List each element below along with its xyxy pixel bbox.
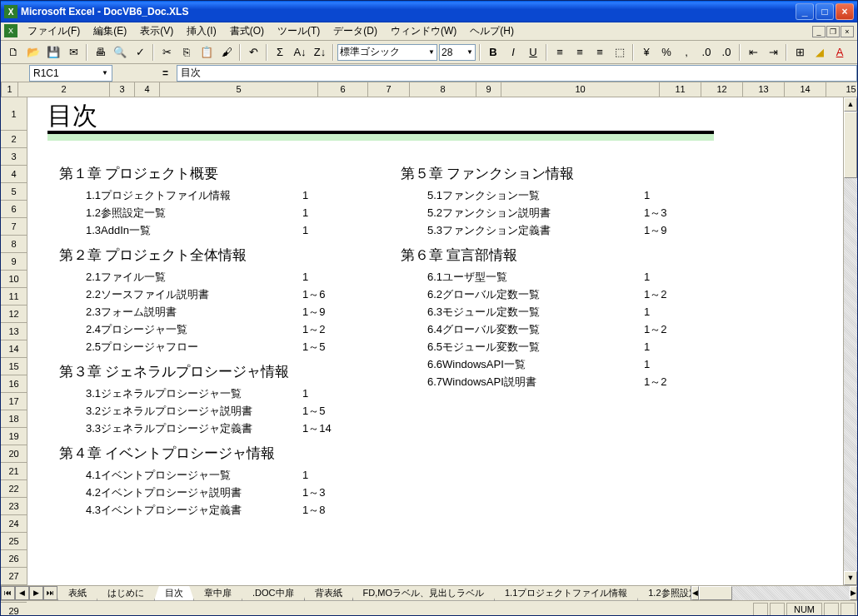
name-box[interactable]: R1C1▼ bbox=[29, 65, 112, 82]
comma-button[interactable]: , bbox=[677, 43, 696, 62]
menu-edit[interactable]: 編集(E) bbox=[87, 22, 133, 40]
open-button[interactable]: 📂 bbox=[24, 43, 42, 62]
inc-decimal-button[interactable]: .0 bbox=[697, 43, 716, 62]
cut-button[interactable]: ✂ bbox=[157, 43, 176, 62]
row-header[interactable]: 6 bbox=[1, 201, 27, 218]
column-header[interactable]: 4 bbox=[135, 82, 160, 97]
column-header[interactable]: 1 bbox=[2, 82, 18, 97]
menu-data[interactable]: データ(D) bbox=[327, 22, 384, 40]
row-header[interactable]: 20 bbox=[1, 445, 27, 463]
column-header[interactable]: 14 bbox=[785, 82, 826, 97]
row-header[interactable]: 9 bbox=[1, 253, 27, 271]
save-button[interactable]: 💾 bbox=[44, 43, 62, 62]
scroll-track[interactable] bbox=[844, 112, 857, 571]
sort-desc-button[interactable]: Z↓ bbox=[311, 43, 329, 62]
row-header[interactable]: 23 bbox=[1, 498, 27, 515]
inc-indent-button[interactable]: ⇥ bbox=[764, 43, 782, 62]
column-header[interactable]: 15 bbox=[826, 82, 858, 97]
row-header[interactable]: 24 bbox=[1, 515, 27, 533]
column-header[interactable]: 13 bbox=[743, 82, 785, 97]
tab-prev-button[interactable]: ◀ bbox=[15, 586, 29, 600]
row-header[interactable]: 15 bbox=[1, 358, 27, 375]
autosum-button[interactable]: Σ bbox=[271, 43, 289, 62]
menu-window[interactable]: ウィンドウ(W) bbox=[384, 22, 463, 40]
mdi-close-button[interactable]: × bbox=[841, 26, 854, 37]
align-left-button[interactable]: ≡ bbox=[551, 43, 569, 62]
sheet-tab[interactable]: .DOC中扉 bbox=[242, 586, 305, 601]
sheet-tab[interactable]: はじめに bbox=[97, 586, 155, 601]
worksheet-area[interactable]: 目次 第１章 プロジェクト概要1.1プロジェクトファイル情報11.2参照設定一覧… bbox=[27, 97, 843, 585]
row-header[interactable]: 18 bbox=[1, 410, 27, 428]
row-header[interactable]: 5 bbox=[1, 183, 27, 201]
column-header[interactable]: 10 bbox=[501, 82, 660, 97]
row-header[interactable]: 29 bbox=[1, 603, 27, 616]
column-header[interactable]: 12 bbox=[701, 82, 743, 97]
row-header[interactable]: 13 bbox=[1, 323, 27, 340]
mail-button[interactable]: ✉ bbox=[64, 43, 82, 62]
row-header[interactable]: 2 bbox=[1, 131, 27, 148]
scroll-thumb-h[interactable] bbox=[699, 586, 732, 600]
row-header[interactable]: 8 bbox=[1, 236, 27, 253]
scroll-down-button[interactable]: ▼ bbox=[844, 571, 857, 585]
sheet-tab[interactable]: 1.2参照設定一覧 bbox=[637, 586, 691, 601]
column-header[interactable]: 7 bbox=[368, 82, 410, 97]
row-header[interactable]: 26 bbox=[1, 550, 27, 568]
tab-next-button[interactable]: ▶ bbox=[29, 586, 43, 600]
vertical-scrollbar[interactable]: ▲ ▼ bbox=[843, 97, 857, 585]
fill-color-button[interactable]: ◢ bbox=[811, 43, 829, 62]
row-header[interactable]: 22 bbox=[1, 480, 27, 498]
column-header[interactable]: 3 bbox=[110, 82, 135, 97]
row-header[interactable]: 21 bbox=[1, 463, 27, 480]
menu-view[interactable]: 表示(V) bbox=[133, 22, 180, 40]
align-center-button[interactable]: ≡ bbox=[571, 43, 589, 62]
new-button[interactable]: 🗋 bbox=[4, 43, 22, 62]
scroll-left-button[interactable]: ◀ bbox=[691, 586, 699, 600]
column-header[interactable]: 5 bbox=[160, 82, 318, 97]
row-header[interactable]: 7 bbox=[1, 218, 27, 236]
font-select[interactable]: 標準ゴシック▼ bbox=[337, 44, 437, 61]
row-header[interactable]: 1 bbox=[1, 97, 27, 131]
borders-button[interactable]: ⊞ bbox=[791, 43, 809, 62]
row-header[interactable]: 25 bbox=[1, 533, 27, 550]
percent-button[interactable]: % bbox=[657, 43, 676, 62]
column-header[interactable]: 9 bbox=[476, 82, 501, 97]
underline-button[interactable]: U bbox=[524, 43, 542, 62]
mdi-minimize-button[interactable]: _ bbox=[812, 26, 826, 37]
minimize-button[interactable]: _ bbox=[796, 3, 814, 20]
scroll-thumb[interactable] bbox=[844, 112, 857, 178]
dec-decimal-button[interactable]: .0 bbox=[717, 43, 736, 62]
sort-asc-button[interactable]: A↓ bbox=[291, 43, 309, 62]
italic-button[interactable]: I bbox=[504, 43, 522, 62]
tab-last-button[interactable]: ⏭ bbox=[43, 586, 57, 600]
sheet-tab[interactable]: 章中扉 bbox=[193, 586, 242, 601]
column-header[interactable]: 6 bbox=[318, 82, 368, 97]
align-right-button[interactable]: ≡ bbox=[591, 43, 609, 62]
undo-button[interactable]: ↶ bbox=[244, 43, 262, 62]
horizontal-scrollbar[interactable]: ◀ ▶ bbox=[691, 586, 857, 600]
format-painter-button[interactable]: 🖌 bbox=[217, 43, 236, 62]
column-header[interactable]: 11 bbox=[660, 82, 701, 97]
mdi-restore-button[interactable]: ❐ bbox=[826, 26, 840, 37]
currency-button[interactable]: ¥ bbox=[637, 43, 656, 62]
row-header[interactable]: 12 bbox=[1, 306, 27, 323]
row-header[interactable]: 19 bbox=[1, 428, 27, 445]
sheet-tab[interactable]: 目次 bbox=[154, 586, 194, 601]
spellcheck-button[interactable]: ✓ bbox=[131, 43, 149, 62]
tab-first-button[interactable]: ⏮ bbox=[1, 586, 15, 600]
bold-button[interactable]: B bbox=[484, 43, 502, 62]
scroll-track-h[interactable] bbox=[699, 586, 850, 600]
paste-button[interactable]: 📋 bbox=[197, 43, 216, 62]
row-header[interactable]: 3 bbox=[1, 148, 27, 166]
menu-format[interactable]: 書式(O) bbox=[223, 22, 271, 40]
row-header[interactable]: 10 bbox=[1, 271, 27, 288]
sheet-tab[interactable]: FD,MOラベル、見出しラベル bbox=[352, 586, 495, 601]
scroll-right-button[interactable]: ▶ bbox=[850, 586, 857, 600]
font-color-button[interactable]: A bbox=[831, 43, 849, 62]
preview-button[interactable]: 🔍 bbox=[111, 43, 129, 62]
menu-help[interactable]: ヘルプ(H) bbox=[463, 22, 521, 40]
menu-file[interactable]: ファイル(F) bbox=[21, 22, 87, 40]
merge-button[interactable]: ⬚ bbox=[611, 43, 629, 62]
column-header[interactable]: 2 bbox=[18, 82, 110, 97]
copy-button[interactable]: ⎘ bbox=[177, 43, 196, 62]
column-header[interactable]: 8 bbox=[410, 82, 476, 97]
